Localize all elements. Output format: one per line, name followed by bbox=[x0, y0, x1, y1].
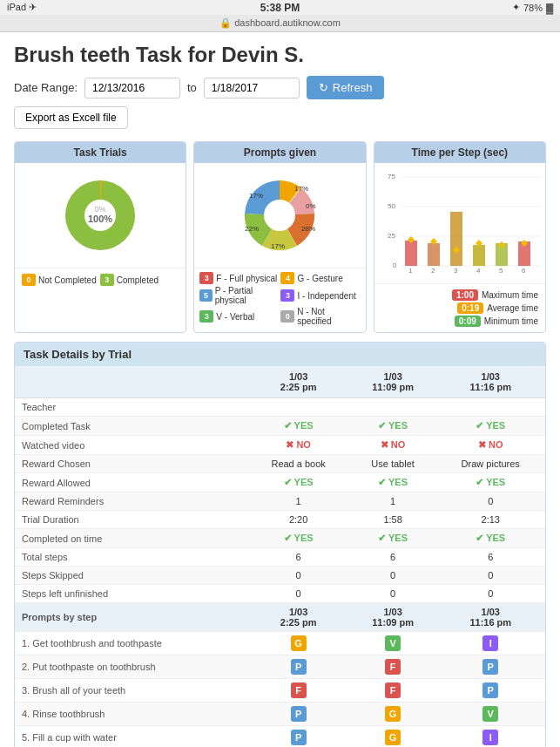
row-label: Completed on time bbox=[15, 529, 247, 548]
status-time: 5:38 PM bbox=[260, 2, 300, 14]
prompts-given-title: Prompts given bbox=[194, 142, 365, 163]
table-row: Reward Chosen Read a book Use tablet Dra… bbox=[15, 455, 545, 473]
avg-time-label: Average time bbox=[487, 303, 538, 313]
time-per-step-title: Time per Step (sec) bbox=[374, 142, 545, 163]
svg-text:50: 50 bbox=[388, 202, 395, 210]
avg-time-item: 0:19 Average time bbox=[457, 302, 538, 314]
row-label: Completed Task bbox=[15, 417, 247, 436]
row-label: Watched video bbox=[15, 436, 247, 455]
table-row: 3. Brush all of your teeth F F P bbox=[15, 679, 545, 703]
prompts-by-step-header-row: Prompts by step 1/032:25 pm 1/0311:09 pm… bbox=[15, 603, 545, 632]
f-label: F - Full physical bbox=[216, 274, 277, 283]
task-details-section: Task Details by Trial 1/032:25 pm 1/0311… bbox=[14, 342, 546, 747]
svg-text:28%: 28% bbox=[301, 225, 315, 233]
max-time-label: Maximum time bbox=[482, 290, 538, 300]
export-button[interactable]: Export as Excell file bbox=[14, 106, 128, 129]
time-per-step-chart: Time per Step (sec) 75 50 25 0 bbox=[374, 141, 546, 333]
url-bar: 🔒 dashboard.autiknow.com bbox=[0, 15, 560, 32]
min-time-badge: 0:09 bbox=[455, 316, 481, 327]
refresh-button[interactable]: ↻ Refresh bbox=[307, 76, 385, 99]
row-label: Steps left unfinished bbox=[15, 585, 247, 603]
i-label: I - Independent bbox=[297, 291, 355, 301]
step-1-label: 1. Get toothbrush and toothpaste bbox=[15, 632, 247, 655]
lock-icon: 🔒 bbox=[219, 17, 232, 28]
table-row: Reward Allowed ✔ YES ✔ YES ✔ YES bbox=[15, 473, 545, 492]
n-badge: 0 bbox=[280, 310, 294, 323]
svg-text:6: 6 bbox=[522, 267, 526, 275]
svg-text:1: 1 bbox=[408, 267, 413, 275]
v-label: V - Verbal bbox=[216, 312, 254, 322]
table-row: 2. Put toothpaste on toothbrush P F P bbox=[15, 655, 545, 679]
table-row: Teacher bbox=[15, 398, 545, 417]
row-label: Reward Chosen bbox=[15, 455, 247, 473]
table-row: Steps left unfinished 000 bbox=[15, 585, 545, 603]
refresh-icon: ↻ bbox=[319, 81, 328, 94]
prompts-legend: 3 F - Full physical 4 G - Gesture 5 P - … bbox=[194, 268, 365, 329]
svg-rect-20 bbox=[428, 243, 440, 266]
svg-text:75: 75 bbox=[388, 173, 395, 180]
battery-icon: ▓ bbox=[546, 3, 553, 13]
svg-text:0: 0 bbox=[393, 261, 397, 269]
to-label: to bbox=[187, 81, 197, 94]
step-5-label: 5. Fill a cup with water bbox=[15, 726, 247, 748]
legend-completed: 3 Completed bbox=[100, 274, 159, 286]
legend-not-completed: 0 Not Completed bbox=[22, 274, 97, 286]
table-row: Trial Duration 2:201:582:13 bbox=[15, 511, 545, 529]
not-completed-label: Not Completed bbox=[38, 275, 97, 285]
col-label bbox=[15, 366, 247, 398]
refresh-label: Refresh bbox=[333, 81, 373, 94]
task-trials-legend: 0 Not Completed 3 Completed bbox=[15, 268, 186, 291]
avg-time-badge: 0:19 bbox=[457, 302, 483, 314]
table-row: Steps Skipped 000 bbox=[15, 567, 545, 585]
task-trials-pie: 0% 100% bbox=[48, 172, 152, 259]
task-trials-title: Task Trials bbox=[15, 142, 186, 163]
max-time-badge: 1:00 bbox=[452, 289, 478, 301]
task-details-header: 1/032:25 pm 1/0311:09 pm 1/0311:16 pm bbox=[15, 366, 545, 398]
svg-text:17%: 17% bbox=[249, 192, 263, 200]
legend-p: 5 P - Partial physical bbox=[199, 286, 279, 305]
time-per-step-body: 75 50 25 0 bbox=[374, 163, 545, 283]
p-label: P - Partial physical bbox=[215, 286, 280, 305]
legend-f: 3 F - Full physical bbox=[199, 272, 279, 284]
min-time-label: Minimum time bbox=[484, 316, 538, 326]
task-details-table: 1/032:25 pm 1/0311:09 pm 1/0311:16 pm Te… bbox=[15, 366, 545, 747]
prompts-pie: 17% 0% 28% 17% 22% 17% bbox=[223, 172, 336, 259]
g-badge: 4 bbox=[280, 272, 294, 284]
col-trial-2: 1/0311:09 pm bbox=[350, 366, 436, 398]
svg-text:3: 3 bbox=[454, 267, 458, 275]
url-text: dashboard.autiknow.com bbox=[234, 17, 341, 28]
date-to-input[interactable] bbox=[204, 78, 300, 98]
main-content: Brush teeth Task for Devin S. Date Range… bbox=[0, 32, 560, 747]
max-time-item: 1:00 Maximum time bbox=[452, 289, 538, 301]
table-row: Completed Task ✔ YES ✔ YES ✔ YES bbox=[15, 417, 545, 436]
col-trial-1: 1/032:25 pm bbox=[247, 366, 350, 398]
row-label: Total steps bbox=[15, 548, 247, 567]
step-3-label: 3. Brush all of your teeth bbox=[15, 679, 247, 703]
legend-n: 0 N - Not specified bbox=[280, 307, 360, 326]
svg-rect-21 bbox=[450, 212, 462, 266]
task-trials-body: 0% 100% bbox=[15, 163, 186, 268]
status-right: ✦ 78% ▓ bbox=[512, 2, 553, 13]
svg-text:2: 2 bbox=[431, 267, 435, 275]
svg-text:0%: 0% bbox=[95, 205, 106, 214]
table-row: Completed on time ✔ YES ✔ YES ✔ YES bbox=[15, 529, 545, 548]
p-badge: 5 bbox=[199, 289, 212, 302]
svg-text:25: 25 bbox=[388, 232, 395, 240]
table-row: Total steps 666 bbox=[15, 548, 545, 567]
date-from-input[interactable] bbox=[84, 78, 180, 98]
legend-v: 3 V - Verbal bbox=[199, 307, 279, 326]
legend-g: 4 G - Gesture bbox=[280, 272, 360, 284]
not-completed-badge: 0 bbox=[22, 274, 36, 286]
time-legend: 1:00 Maximum time 0:19 Average time 0:09… bbox=[374, 283, 545, 332]
svg-text:100%: 100% bbox=[88, 214, 112, 224]
v-badge: 3 bbox=[199, 310, 213, 323]
min-time-item: 0:09 Minimum time bbox=[455, 316, 538, 327]
table-row: 4. Rinse toothbrush P G V bbox=[15, 703, 545, 726]
task-details-title: Task Details by Trial bbox=[15, 343, 545, 366]
legend-i: 3 I - Independent bbox=[280, 286, 360, 305]
table-row: 1. Get toothbrush and toothpaste G V I bbox=[15, 632, 545, 655]
i-badge: 3 bbox=[280, 289, 294, 302]
table-row: Reward Reminders 110 bbox=[15, 492, 545, 511]
completed-label: Completed bbox=[117, 275, 159, 285]
svg-rect-19 bbox=[405, 241, 417, 266]
